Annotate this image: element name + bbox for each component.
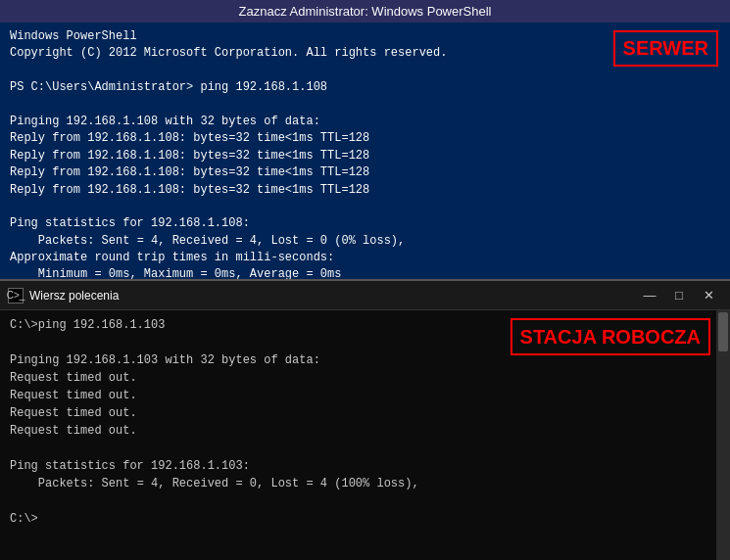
powershell-titlebar: Zaznacz Administrator: Windows PowerShel… xyxy=(0,0,730,23)
maximize-button[interactable]: □ xyxy=(665,285,693,306)
powershell-title-text: Zaznacz Administrator: Windows PowerShel… xyxy=(239,4,492,19)
cmd-title-text: Wiersz polecenia xyxy=(29,289,636,303)
stacja-badge: STACJA ROBOCZA xyxy=(511,318,710,355)
powershell-output: Windows PowerShell Copyright (C) 2012 Mi… xyxy=(10,28,720,301)
cmd-titlebar: C>_ Wiersz polecenia — □ ✕ xyxy=(0,281,730,310)
serwer-badge: SERWER xyxy=(613,30,718,67)
window-controls: — □ ✕ xyxy=(636,285,722,306)
cmd-panel: C>_ Wiersz polecenia — □ ✕ C:\>ping 192.… xyxy=(0,279,730,560)
cmd-content: C:\>ping 192.168.1.103 Pinging 192.168.1… xyxy=(0,310,730,560)
cmd-icon: C>_ xyxy=(8,288,24,303)
powershell-panel: Zaznacz Administrator: Windows PowerShel… xyxy=(0,0,730,279)
powershell-content: Windows PowerShell Copyright (C) 2012 Mi… xyxy=(0,23,730,306)
minimize-button[interactable]: — xyxy=(636,285,663,306)
scrollbar[interactable] xyxy=(716,310,730,560)
close-button[interactable]: ✕ xyxy=(695,285,722,306)
scroll-thumb[interactable] xyxy=(718,312,728,351)
